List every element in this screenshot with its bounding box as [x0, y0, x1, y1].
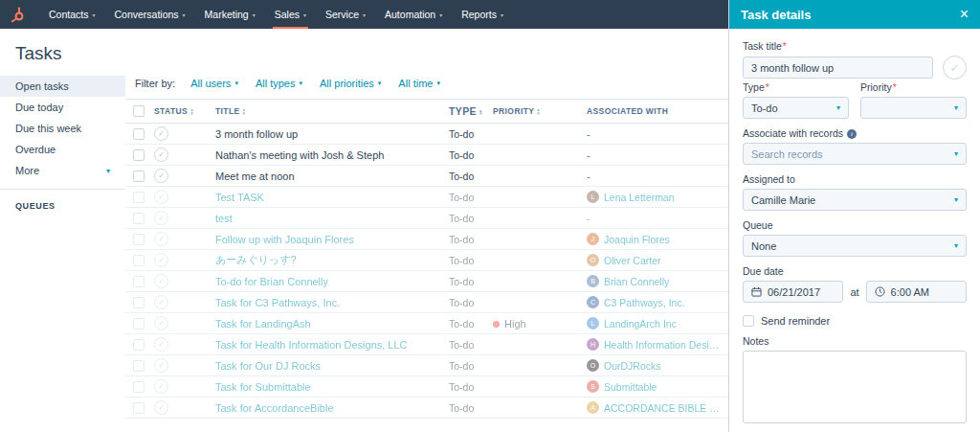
priority-select[interactable]: ▾	[860, 97, 967, 119]
nav-item-reports[interactable]: Reports ▾	[452, 0, 513, 29]
sort-icon[interactable]: ▴▾	[190, 108, 193, 115]
assigned-to-label: Assigned to	[743, 173, 967, 185]
sidebar-item-more[interactable]: More ▾	[0, 160, 125, 181]
associated-record-link[interactable]: C3 Pathways, Inc.	[604, 297, 685, 308]
row-checkbox[interactable]	[133, 128, 145, 140]
row-checkbox[interactable]	[133, 234, 145, 245]
nav-item-sales[interactable]: Sales ▾	[265, 0, 316, 29]
filter-dropdown-all-time[interactable]: All time ▾	[398, 78, 440, 89]
sidebar-item-due-today[interactable]: Due today	[0, 97, 125, 118]
task-title-input[interactable]	[743, 57, 933, 79]
row-checkbox[interactable]	[133, 171, 145, 182]
row-checkbox[interactable]	[133, 339, 145, 351]
associated-record-link[interactable]: LandingArch Inc	[604, 318, 677, 330]
task-title[interactable]: test	[215, 213, 233, 224]
avatar: O	[587, 359, 599, 372]
associated-record-link[interactable]: Lena Letterman	[604, 192, 675, 203]
mark-complete-icon[interactable]: ✓	[943, 56, 967, 80]
associated-record-link[interactable]: Oliver Carter	[604, 255, 661, 266]
row-checkbox[interactable]	[133, 276, 145, 287]
chevron-down-icon: ▾	[954, 195, 958, 204]
notes-textarea[interactable]	[743, 351, 967, 423]
status-complete-icon[interactable]: ✓	[154, 379, 168, 394]
status-complete-icon[interactable]: ✓	[154, 400, 168, 415]
status-complete-icon[interactable]: ✓	[154, 211, 168, 225]
send-reminder-checkbox[interactable]	[743, 315, 754, 327]
nav-item-automation[interactable]: Automation ▾	[375, 0, 452, 29]
column-header-priority[interactable]: PRIORITY▴▾	[489, 100, 583, 124]
due-time-input[interactable]: 6:00 AM	[866, 281, 967, 303]
status-complete-icon[interactable]: ✓	[154, 316, 168, 330]
status-complete-icon[interactable]: ✓	[154, 232, 168, 246]
column-header-status[interactable]: STATUS▴▾	[150, 100, 212, 124]
filter-dropdown-all-priorities[interactable]: All priorities ▾	[320, 78, 381, 89]
status-complete-icon[interactable]: ✓	[154, 358, 168, 373]
row-checkbox[interactable]	[133, 360, 145, 372]
chevron-down-icon: ▾	[234, 80, 238, 87]
task-title[interactable]: To-do for Brian Connelly	[215, 276, 328, 287]
row-checkbox[interactable]	[133, 402, 145, 414]
queue-select[interactable]: None ▾	[743, 235, 967, 257]
task-title[interactable]: Meet me at noon	[215, 171, 295, 182]
task-title[interactable]: Task for C3 Pathways, Inc.	[215, 297, 340, 308]
task-priority	[489, 166, 583, 187]
task-title[interactable]: 3 month follow up	[215, 128, 298, 140]
row-checkbox[interactable]	[133, 297, 145, 308]
sort-icon[interactable]: ▴▾	[479, 109, 482, 116]
sort-icon[interactable]: ▴▾	[537, 108, 540, 115]
task-title[interactable]: あーみぐりっす?	[215, 254, 297, 265]
row-checkbox[interactable]	[133, 192, 145, 203]
status-complete-icon[interactable]: ✓	[154, 274, 168, 288]
task-title[interactable]: Task for Health Information Designs, LLC	[215, 339, 408, 351]
status-complete-icon[interactable]: ✓	[154, 295, 168, 309]
associate-select[interactable]: Search records ▾	[743, 143, 967, 165]
chevron-down-icon: ▾	[299, 80, 302, 87]
sidebar-item-overdue[interactable]: Overdue	[0, 139, 125, 160]
sidebar-item-due-this-week[interactable]: Due this week	[0, 118, 125, 139]
main-area: Contacts ▾ Conversations ▾ Marketing ▾ S…	[0, 0, 728, 432]
nav-item-marketing[interactable]: Marketing ▾	[195, 0, 265, 29]
associated-record-link[interactable]: ACCORDANCE BIBLE SOFT...	[604, 402, 724, 414]
task-title[interactable]: Task for Our DJ Rocks	[215, 360, 321, 372]
select-all-checkbox[interactable]	[133, 105, 145, 117]
status-complete-icon[interactable]: ✓	[154, 169, 168, 183]
status-complete-icon[interactable]: ✓	[154, 148, 168, 162]
status-complete-icon[interactable]: ✓	[154, 253, 168, 267]
task-title[interactable]: Task for Submittable	[215, 381, 311, 393]
sort-icon[interactable]: ▴▾	[243, 108, 246, 115]
row-checkbox[interactable]	[133, 318, 145, 330]
task-title[interactable]: Nathan's meeting with Josh & Steph	[215, 149, 384, 161]
status-complete-icon[interactable]: ✓	[154, 190, 168, 204]
row-checkbox[interactable]	[133, 149, 145, 161]
status-complete-icon[interactable]: ✓	[154, 337, 168, 352]
hubspot-sprocket-logo[interactable]	[10, 7, 26, 23]
task-associated: HHealth Information Designs, ...	[583, 334, 728, 355]
row-checkbox[interactable]	[133, 381, 145, 393]
status-complete-icon[interactable]: ✓	[154, 126, 168, 141]
associated-record-link[interactable]: Joaquin Flores	[604, 234, 670, 245]
row-checkbox[interactable]	[133, 213, 145, 224]
row-checkbox[interactable]	[133, 255, 145, 266]
column-header-type[interactable]: TYPE▴▾	[445, 100, 489, 124]
nav-item-conversations[interactable]: Conversations ▾	[104, 0, 194, 29]
info-icon[interactable]: i	[847, 129, 857, 139]
filter-dropdown-all-types[interactable]: All types ▾	[256, 78, 302, 89]
task-title[interactable]: Test TASK	[215, 192, 264, 203]
associated-record-link[interactable]: OurDJRocks	[604, 360, 661, 372]
associated-record-link[interactable]: Health Information Designs, ...	[604, 339, 724, 351]
type-select[interactable]: To-do ▾	[743, 97, 849, 119]
table-row: ✓ Follow up with Joaquin Flores To-do JJ…	[125, 229, 728, 250]
close-icon[interactable]: ×	[960, 7, 969, 22]
nav-item-service[interactable]: Service ▾	[316, 0, 375, 29]
task-title[interactable]: Task for AccordanceBible	[215, 402, 334, 414]
associated-record-link[interactable]: Submittable	[604, 381, 657, 393]
nav-item-contacts[interactable]: Contacts ▾	[39, 0, 104, 29]
sidebar-item-open-tasks[interactable]: Open tasks	[0, 76, 125, 97]
filter-dropdown-all-users[interactable]: All users ▾	[190, 78, 238, 89]
task-title[interactable]: Follow up with Joaquin Flores	[215, 234, 354, 245]
associated-record-link[interactable]: Brian Connelly	[604, 276, 669, 287]
due-date-input[interactable]: 06/21/2017	[743, 281, 843, 303]
task-title[interactable]: Task for LandingAsh	[215, 318, 311, 330]
assigned-to-select[interactable]: Camille Marie ▾	[743, 189, 967, 211]
column-header-title[interactable]: TITLE▴▾	[212, 100, 445, 124]
